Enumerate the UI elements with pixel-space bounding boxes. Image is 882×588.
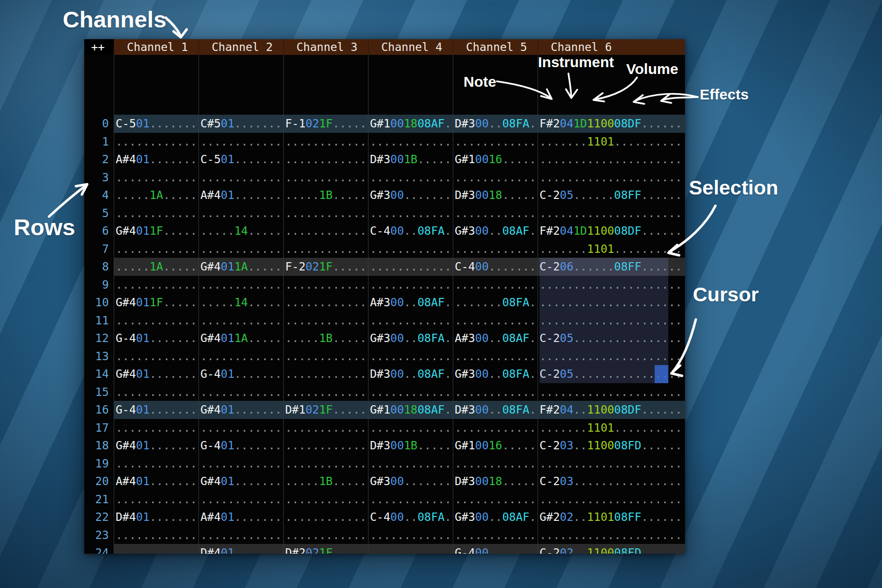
pattern-cell[interactable]: G#401.......	[114, 365, 198, 383]
pattern-cell[interactable]: D#30018.....	[453, 472, 538, 490]
pattern-cell[interactable]: .......1101..........	[538, 240, 685, 258]
pattern-cell[interactable]: ............	[368, 526, 453, 544]
pattern-cell[interactable]: G-400.......	[453, 544, 538, 554]
pattern-cell[interactable]: ............	[283, 133, 368, 151]
pattern-cell[interactable]: G#4011A.....	[198, 258, 283, 276]
pattern-row[interactable]: 19......................................…	[84, 455, 685, 473]
pattern-cell[interactable]: .......08FA.	[453, 294, 538, 312]
pattern-cell[interactable]: ............	[368, 383, 453, 401]
pattern-cell[interactable]: C-501.......	[198, 150, 283, 169]
pattern-cell[interactable]: A#300..08AF.	[368, 294, 453, 312]
pattern-cell[interactable]: G#4011F.....	[114, 222, 198, 240]
pattern-cell[interactable]: ............	[114, 204, 198, 222]
channel-header-1[interactable]: Channel 1	[114, 39, 198, 55]
pattern-row[interactable]: 13......................................…	[84, 347, 685, 366]
pattern-cell[interactable]: C-400..08FA.	[368, 508, 453, 526]
pattern-cell[interactable]: ............	[368, 455, 453, 473]
pattern-row[interactable]: 24............D#401.......D#2021F.......…	[84, 544, 685, 554]
pattern-cell[interactable]: ............	[198, 240, 283, 258]
pattern-row[interactable]: 12G-401.......G#4011A..........1B.....G#…	[84, 329, 685, 347]
pattern-cell[interactable]: A#401.......	[114, 472, 198, 490]
pattern-cell[interactable]: .....................	[538, 526, 685, 544]
pattern-cell[interactable]: C-202..110008FD......	[538, 544, 685, 554]
pattern-cell[interactable]: ............	[198, 312, 283, 330]
channel-header-4[interactable]: Channel 4	[368, 39, 453, 55]
pattern-row[interactable]: 15......................................…	[84, 383, 685, 401]
pattern-cell[interactable]: .....1A.....	[114, 186, 198, 204]
pattern-cell[interactable]: C-400..08FA.	[368, 222, 453, 240]
pattern-cell[interactable]: ............	[283, 276, 368, 294]
pattern-cell[interactable]: D#3001B.....	[368, 150, 453, 169]
pattern-cell[interactable]: ............	[453, 204, 538, 222]
pattern-cell[interactable]: ............	[283, 490, 368, 509]
pattern-cell[interactable]: ............	[198, 526, 283, 544]
pattern-cell[interactable]: ............	[283, 222, 368, 240]
pattern-row[interactable]: 4.....1A.....A#401............1B.....G#3…	[84, 186, 685, 204]
pattern-cell[interactable]: ............	[283, 347, 368, 366]
pattern-cell[interactable]: ............	[198, 204, 283, 222]
pattern-cell[interactable]: G-401.......	[198, 365, 283, 383]
pattern-cell[interactable]: ............	[283, 419, 368, 437]
pattern-cell[interactable]: ............	[198, 490, 283, 509]
pattern-cell[interactable]: C-501.......	[114, 115, 198, 133]
pattern-cell[interactable]: ............	[453, 526, 538, 544]
pattern-cell[interactable]: ............	[368, 419, 453, 437]
pattern-cell[interactable]: ............	[114, 240, 198, 258]
pattern-cell[interactable]: G#4011F.....	[114, 294, 198, 312]
pattern-cell[interactable]: ............	[114, 455, 198, 473]
pattern-row[interactable]: 8.....1A.....G#4011A.....F-2021F........…	[84, 258, 685, 276]
pattern-row[interactable]: 11......................................…	[84, 312, 685, 330]
pattern-cell[interactable]: .......1101..........	[538, 133, 685, 151]
pattern-cell[interactable]: G#10016.....	[453, 150, 538, 169]
pattern-cell[interactable]: C#501.......	[198, 115, 283, 133]
pattern-cell[interactable]: ............	[283, 508, 368, 526]
pattern-cell[interactable]: ............	[453, 490, 538, 509]
pattern-cell[interactable]: G#300..08FA.	[368, 329, 453, 347]
pattern-cell[interactable]: ............	[453, 169, 538, 187]
pattern-cell[interactable]: G#300.......	[368, 186, 453, 204]
channel-header-6[interactable]: Channel 6	[538, 39, 685, 55]
pattern-cell[interactable]: .....1B.....	[283, 329, 368, 347]
pattern-cell[interactable]: F-1021F.....	[283, 115, 368, 133]
pattern-row[interactable]: 16G-401.......G#401.......D#1021F.....G#…	[84, 401, 685, 419]
pattern-cell[interactable]: D#300..08FA.	[453, 401, 538, 419]
pattern-cell[interactable]: ............	[368, 276, 453, 294]
pattern-row[interactable]: 9.......................................…	[84, 276, 685, 294]
pattern-cell[interactable]: G#401.......	[198, 472, 283, 490]
pattern-cell[interactable]: ............	[283, 294, 368, 312]
pattern-cell[interactable]: ............	[368, 544, 453, 554]
pattern-cell[interactable]: ............	[453, 347, 538, 366]
pattern-cell[interactable]: .....14.....	[198, 294, 283, 312]
pattern-cell[interactable]: D#2021F.....	[283, 544, 368, 554]
pattern-cell[interactable]: F-2021F.....	[283, 258, 368, 276]
pattern-row[interactable]: 17......................................…	[84, 419, 685, 437]
pattern-cell[interactable]: ............	[283, 169, 368, 187]
pattern-cell[interactable]: ............	[453, 455, 538, 473]
pattern-cell[interactable]: A#401.......	[198, 186, 283, 204]
pattern-cell[interactable]: A#401.......	[114, 150, 198, 169]
pattern-row[interactable]: 3.......................................…	[84, 169, 685, 187]
pattern-cell[interactable]: D#401.......	[198, 544, 283, 554]
pattern-cell[interactable]: G#401.......	[114, 437, 198, 455]
pattern-cell[interactable]: ............	[368, 312, 453, 330]
pattern-cell[interactable]: D#401.......	[114, 508, 198, 526]
pattern-cell[interactable]: ............	[283, 526, 368, 544]
pattern-row[interactable]: 14G#401.......G-401...................D#…	[84, 365, 685, 383]
pattern-cell[interactable]: G#1001808AF.	[368, 115, 453, 133]
pattern-cell[interactable]: ............	[453, 383, 538, 401]
pattern-row[interactable]: 0C-501.......C#501.......F-1021F.....G#1…	[84, 115, 685, 133]
pattern-cell[interactable]: D#300..08FA.	[453, 115, 538, 133]
pattern-cell[interactable]: G#10016.....	[453, 437, 538, 455]
pattern-row[interactable]: 22D#401.......A#401...................C-…	[84, 508, 685, 526]
pattern-cell[interactable]: C-400.......	[453, 258, 538, 276]
pattern-row[interactable]: 23......................................…	[84, 526, 685, 544]
pattern-row[interactable]: 10G#4011F..........14.................A#…	[84, 294, 685, 312]
pattern-row[interactable]: 20A#401.......G#401............1B.....G#…	[84, 472, 685, 490]
pattern-cell[interactable]: G-401.......	[114, 329, 198, 347]
pattern-cell[interactable]: C-203..110008FD......	[538, 437, 685, 455]
add-channel-button[interactable]: ++	[84, 39, 114, 55]
pattern-cell[interactable]: D#1021F.....	[283, 401, 368, 419]
pattern-cell[interactable]: .....................	[538, 383, 685, 401]
pattern-cell[interactable]: D#3001B.....	[368, 437, 453, 455]
pattern-cell[interactable]: G#4011A.....	[198, 329, 283, 347]
